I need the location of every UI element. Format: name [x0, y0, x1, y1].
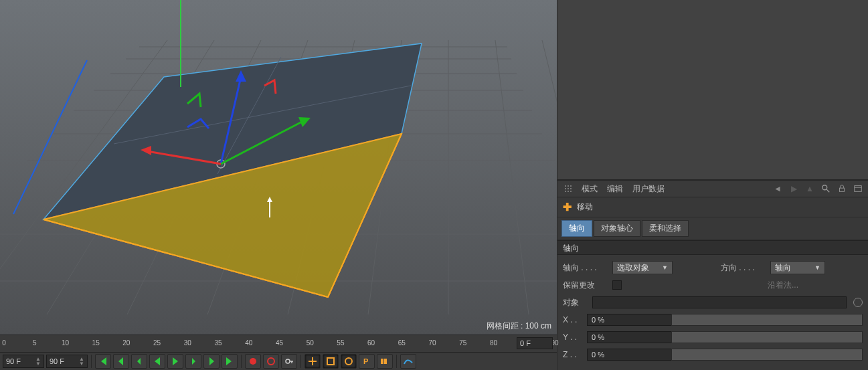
- ruler-tick: 35: [217, 335, 218, 352]
- frame-end-field[interactable]: 90 F▲▼: [46, 355, 88, 368]
- 3d-viewport[interactable]: 网格间距 : 100 cm: [0, 0, 557, 335]
- ruler-tick: 50: [309, 335, 309, 352]
- object-link-field[interactable]: [592, 296, 847, 308]
- move-tool-icon: ✚: [563, 201, 572, 213]
- label-x: X . .: [563, 315, 583, 325]
- prev-key-icon[interactable]: [113, 354, 129, 369]
- object-picker-icon[interactable]: [853, 298, 863, 307]
- ruler-tick: 20: [125, 335, 126, 352]
- grid-spacing-hud: 网格间距 : 100 cm: [487, 320, 551, 332]
- tool-name: 移动: [577, 201, 593, 213]
- pos-channel-icon[interactable]: [305, 354, 321, 369]
- ruler-tick: 90: [553, 335, 554, 352]
- label-y: Y . .: [563, 333, 583, 342]
- label-object: 对象: [563, 297, 588, 308]
- label-along-normal: 沿着法...: [768, 280, 798, 291]
- ruler-tick: 60: [370, 335, 371, 352]
- ruler-tick: 40: [248, 335, 248, 352]
- grip-icon[interactable]: [564, 185, 572, 193]
- slider-x[interactable]: [671, 314, 863, 326]
- nav-fwd-icon[interactable]: ▶: [788, 183, 800, 195]
- slider-z[interactable]: [671, 349, 863, 361]
- ruler-tick: 5: [33, 335, 34, 352]
- svg-rect-36: [327, 358, 334, 365]
- ruler-tick: 15: [94, 335, 95, 352]
- tab-axis[interactable]: 轴向: [561, 220, 592, 237]
- ruler-tick: 0: [3, 335, 3, 352]
- svg-line-8: [542, 40, 557, 314]
- label-z: Z . .: [563, 350, 583, 359]
- go-end-icon[interactable]: [222, 354, 238, 369]
- dropdown-axis[interactable]: 选取对象▼: [612, 261, 673, 274]
- search-icon[interactable]: [820, 183, 832, 195]
- rot-channel-icon[interactable]: [341, 354, 357, 369]
- object-manager-area[interactable]: [557, 0, 868, 180]
- param-channel-icon[interactable]: P: [359, 354, 375, 369]
- ruler-tick: 45: [278, 335, 278, 352]
- ruler-tick: 30: [186, 335, 187, 352]
- pla-channel-icon[interactable]: [377, 354, 393, 369]
- bottom-toolbar: 90 F▲▼ 90 F▲▼ P: [0, 352, 557, 370]
- label-direction: 方向 . . . .: [721, 262, 766, 274]
- ruler-tick: 70: [431, 335, 432, 352]
- ruler-tick: 75: [462, 335, 462, 352]
- svg-rect-43: [840, 188, 845, 191]
- label-keep: 保留更改: [563, 280, 608, 291]
- ruler-tick: 10: [64, 335, 64, 352]
- nav-up-icon[interactable]: ▲: [804, 183, 816, 195]
- key-icon[interactable]: [281, 354, 297, 369]
- right-panel: 模式 编辑 用户数据 ◄ ▶ ▲ ✚ 移动 轴向 对象轴心 柔: [557, 0, 868, 370]
- nav-back-icon[interactable]: ◄: [772, 183, 784, 195]
- play-back-icon[interactable]: [149, 354, 165, 369]
- frame-start-field[interactable]: 90 F▲▼: [3, 355, 44, 368]
- section-axis-body: 轴向 . . . . 选取对象▼ 方向 . . . . 轴向▼ 保留更改 沿着法…: [557, 255, 868, 370]
- svg-rect-39: [381, 359, 383, 364]
- ruler-tick: 65: [400, 335, 401, 352]
- current-frame-field[interactable]: 0 F: [517, 337, 553, 349]
- ruler-tick: 80: [493, 335, 493, 352]
- viewport-area: 网格间距 : 100 cm 05101520253035404550556065…: [0, 0, 557, 370]
- tool-title-row: ✚ 移动: [557, 197, 868, 217]
- slider-y[interactable]: [671, 331, 863, 343]
- svg-point-33: [250, 358, 256, 365]
- autokey-icon[interactable]: [263, 354, 279, 369]
- label-axis: 轴向 . . . .: [563, 262, 608, 274]
- menu-edit[interactable]: 编辑: [607, 183, 623, 195]
- menu-userdata[interactable]: 用户数据: [632, 183, 665, 195]
- svg-point-37: [345, 358, 352, 365]
- svg-point-35: [286, 359, 290, 363]
- fcurve-icon[interactable]: [400, 354, 416, 369]
- scene-render: [0, 0, 557, 318]
- scale-channel-icon[interactable]: [323, 354, 339, 369]
- menu-mode[interactable]: 模式: [582, 183, 598, 195]
- dropdown-direction[interactable]: 轴向▼: [770, 261, 825, 274]
- tab-soft-selection[interactable]: 柔和选择: [642, 220, 689, 237]
- svg-rect-44: [855, 186, 862, 192]
- svg-point-34: [268, 358, 274, 365]
- attribute-manager-header: 模式 编辑 用户数据 ◄ ▶ ▲: [557, 180, 868, 197]
- checkbox-keep-changes[interactable]: [612, 280, 622, 290]
- go-start-icon[interactable]: [95, 354, 111, 369]
- next-frame-icon[interactable]: [185, 354, 201, 369]
- ruler-tick: 25: [156, 335, 157, 352]
- next-key-icon[interactable]: [203, 354, 220, 369]
- play-icon[interactable]: [167, 354, 183, 369]
- prev-frame-icon[interactable]: [131, 354, 147, 369]
- tab-object-axis[interactable]: 对象轴心: [594, 220, 640, 237]
- section-axis-header: 轴向: [557, 240, 868, 255]
- timeline-ruler[interactable]: 051015202530354045505560657075808590 0 F: [0, 335, 557, 352]
- svg-line-7: [495, 40, 529, 314]
- svg-text:P: P: [363, 357, 368, 365]
- new-window-icon[interactable]: [852, 183, 864, 195]
- record-icon[interactable]: [245, 354, 261, 369]
- ruler-tick: 55: [339, 335, 340, 352]
- svg-rect-40: [384, 359, 387, 364]
- lock-icon[interactable]: [836, 183, 848, 195]
- svg-point-41: [822, 185, 827, 190]
- attribute-tabs: 轴向 对象轴心 柔和选择: [557, 217, 868, 240]
- svg-line-42: [827, 189, 829, 192]
